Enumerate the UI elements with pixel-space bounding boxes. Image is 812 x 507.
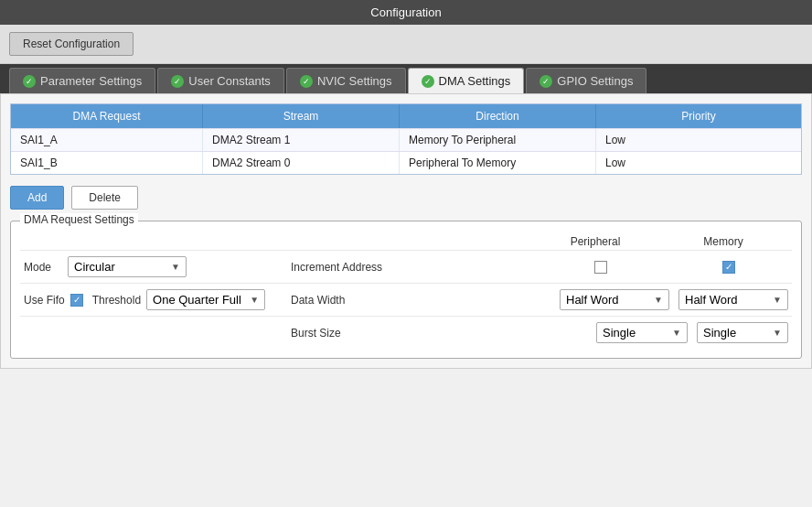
tab-label-dma: DMA Settings xyxy=(439,74,511,88)
add-button[interactable]: Add xyxy=(10,186,64,210)
mode-row: Mode Circular ▼ Increment Address ✓ xyxy=(20,250,792,283)
tab-user-constants[interactable]: ✓ User Constants xyxy=(157,68,284,93)
burst-size-row: Burst Size Single ▼ Single ▼ xyxy=(20,316,792,349)
tab-check-dma: ✓ xyxy=(422,75,434,88)
burst-size-peripheral-select[interactable]: Single ▼ xyxy=(596,322,688,343)
tab-label-user-constants: User Constants xyxy=(188,74,271,88)
data-width-selects: Half Word ▼ Half Word ▼ xyxy=(560,289,788,310)
mode-value: Circular xyxy=(74,260,115,274)
data-width-memory-value: Half Word xyxy=(685,293,738,307)
table-row[interactable]: SAI1_A DMA2 Stream 1 Memory To Periphera… xyxy=(11,128,801,151)
cell-request-1: SAI1_B xyxy=(11,152,203,174)
col-header-peripheral: Peripheral xyxy=(536,235,655,248)
cell-request-0: SAI1_A xyxy=(11,129,203,151)
increment-memory-checkbox[interactable]: ✓ xyxy=(722,261,735,274)
increment-checkboxes: ✓ xyxy=(541,261,788,274)
tab-gpio[interactable]: ✓ GPIO Settings xyxy=(526,68,646,93)
burst-size-peripheral-value: Single xyxy=(603,326,636,340)
table-header: DMA Request Stream Direction Priority xyxy=(11,104,801,128)
data-width-section: Data Width Half Word ▼ Half Word ▼ xyxy=(291,289,788,310)
main-content: DMA Request Stream Direction Priority SA… xyxy=(0,93,812,369)
delete-button[interactable]: Delete xyxy=(71,186,138,210)
data-width-peripheral-value: Half Word xyxy=(566,293,619,307)
mode-select[interactable]: Circular ▼ xyxy=(68,256,187,277)
cell-stream-0: DMA2 Stream 1 xyxy=(203,129,400,151)
burst-size-memory-select[interactable]: Single ▼ xyxy=(697,322,788,343)
col-header-request: DMA Request xyxy=(11,104,203,128)
tab-nvic[interactable]: ✓ NVIC Settings xyxy=(286,68,406,93)
action-buttons: Add Delete xyxy=(10,186,802,210)
cell-direction-0: Memory To Peripheral xyxy=(400,129,596,151)
tab-parameter[interactable]: ✓ Parameter Settings xyxy=(9,68,155,93)
col-header-memory: Memory xyxy=(664,235,783,248)
col-headers-row: Peripheral Memory xyxy=(20,235,792,248)
dma-table: DMA Request Stream Direction Priority SA… xyxy=(10,103,802,175)
tab-check-parameter: ✓ xyxy=(23,75,36,88)
tab-check-nvic: ✓ xyxy=(300,75,313,88)
data-width-memory-arrow-icon: ▼ xyxy=(773,295,782,305)
burst-size-label: Burst Size xyxy=(291,327,341,340)
threshold-arrow-icon: ▼ xyxy=(250,295,259,305)
tab-check-gpio: ✓ xyxy=(540,75,552,88)
use-fifo-checkbox[interactable]: ✓ xyxy=(70,294,83,307)
data-width-label: Data Width xyxy=(291,294,345,307)
data-width-memory-select[interactable]: Half Word ▼ xyxy=(678,289,788,310)
tab-dma[interactable]: ✓ DMA Settings xyxy=(408,68,525,93)
data-width-peripheral-select[interactable]: Half Word ▼ xyxy=(560,289,669,310)
title-bar: Configuration xyxy=(0,0,812,25)
settings-legend: DMA Request Settings xyxy=(20,213,138,226)
fifo-row: Use Fifo ✓ Threshold One Quarter Full ▼ … xyxy=(20,283,792,316)
tab-label-parameter: Parameter Settings xyxy=(40,74,142,88)
mode-label: Mode xyxy=(24,261,60,274)
burst-size-selects: Single ▼ Single ▼ xyxy=(596,322,788,343)
top-bar: Reset Configuration xyxy=(0,25,812,64)
burst-size-memory-value: Single xyxy=(703,326,736,340)
cell-direction-1: Peripheral To Memory xyxy=(400,152,596,174)
threshold-label: Threshold xyxy=(92,294,141,307)
increment-section: Increment Address ✓ xyxy=(291,261,788,274)
tab-label-nvic: NVIC Settings xyxy=(317,74,392,88)
use-fifo-label: Use Fifo xyxy=(24,294,65,307)
col-header-stream: Stream xyxy=(203,104,400,128)
threshold-select[interactable]: One Quarter Full ▼ xyxy=(146,289,265,310)
reset-configuration-button[interactable]: Reset Configuration xyxy=(9,32,134,56)
table-row[interactable]: SAI1_B DMA2 Stream 0 Peripheral To Memor… xyxy=(11,151,801,174)
settings-inner: Peripheral Memory Mode Circular ▼ Increm… xyxy=(20,231,792,349)
threshold-value: One Quarter Full xyxy=(153,293,241,307)
page-title: Configuration xyxy=(370,5,441,19)
increment-memory-wrapper: ✓ xyxy=(669,261,788,274)
col-header-priority: Priority xyxy=(596,104,801,128)
increment-peripheral-checkbox[interactable] xyxy=(594,261,607,274)
tabs-bar: ✓ Parameter Settings ✓ User Constants ✓ … xyxy=(0,64,812,93)
burst-size-section: Burst Size Single ▼ Single ▼ xyxy=(291,322,788,343)
cell-priority-0: Low xyxy=(596,129,801,151)
burst-size-memory-arrow-icon: ▼ xyxy=(773,328,782,338)
data-width-peripheral-arrow-icon: ▼ xyxy=(654,295,663,305)
cell-stream-1: DMA2 Stream 0 xyxy=(203,152,400,174)
col-header-direction: Direction xyxy=(400,104,596,128)
increment-peripheral-wrapper xyxy=(541,261,660,274)
fifo-section: Use Fifo ✓ Threshold One Quarter Full ▼ xyxy=(24,289,280,310)
mode-section: Mode Circular ▼ xyxy=(24,256,280,277)
tab-check-user-constants: ✓ xyxy=(171,75,184,88)
tab-label-gpio: GPIO Settings xyxy=(557,74,633,88)
increment-label: Increment Address xyxy=(291,261,382,274)
dma-request-settings: DMA Request Settings Peripheral Memory M… xyxy=(10,221,802,359)
mode-arrow-icon: ▼ xyxy=(171,262,180,272)
cell-priority-1: Low xyxy=(596,152,801,174)
burst-size-peripheral-arrow-icon: ▼ xyxy=(672,328,681,338)
